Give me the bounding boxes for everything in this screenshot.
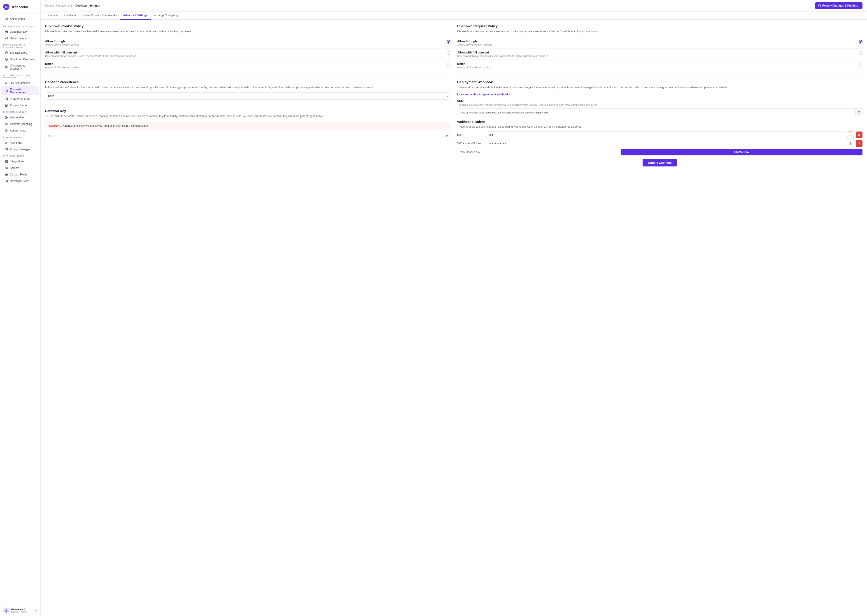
sidebar-item-consent-management[interactable]: Consent Management [2, 86, 39, 96]
dsr-automation-icon [5, 81, 8, 85]
tab-advanced-settings[interactable]: Advanced Settings [120, 11, 151, 20]
sidebar-item-custom-fields[interactable]: Custom Fields [2, 171, 39, 178]
consent-management-icon [5, 89, 8, 93]
req-block-radio[interactable] [859, 63, 862, 66]
svg-point-45 [818, 5, 821, 7]
header-key-transcend-token: X-Transcend-Token: [457, 142, 484, 145]
action-items-label: Action Items [10, 17, 25, 20]
sidebar-item-structured-discovery[interactable]: Structured Discovery [2, 56, 39, 63]
action-items-icon [5, 17, 8, 21]
data-inventory-icon [5, 30, 8, 34]
svg-point-16 [5, 58, 8, 61]
tab-installation[interactable]: Installation [61, 11, 80, 20]
cookie-allow-full-consent-radio[interactable] [447, 51, 451, 55]
req-allow-full-consent-label: Allow with full consent [457, 51, 859, 54]
tab-other-consent-frameworks[interactable]: Other Consent Frameworks [80, 11, 120, 20]
sidebar-item-sombra[interactable]: Sombra [2, 165, 39, 171]
review-publish-button[interactable]: Review Changes & Publish... [815, 2, 862, 9]
header-value-transcend-token[interactable] [486, 140, 845, 147]
svg-line-11 [6, 38, 7, 38]
developer-tools-icon [5, 179, 8, 183]
sidebar-user: Rideshare Co. Michael Farrell [3, 607, 28, 614]
req-allow-through-desc: Always allow unknown requests [457, 43, 859, 46]
req-block-desc: Always block unknown requests [457, 66, 859, 69]
web-auditor-icon [5, 116, 8, 119]
svg-point-34 [5, 167, 8, 170]
cookie-block-radio[interactable] [447, 63, 451, 66]
svg-point-35 [6, 168, 7, 168]
url-copy-icon [855, 109, 862, 116]
partition-key-warning: WARNING: Changing this key will effectiv… [45, 122, 451, 130]
svg-rect-51 [850, 143, 851, 145]
cookie-allow-full-consent-label: Allow with full consent [45, 51, 447, 54]
sidebar-item-preference-store[interactable]: Preference Store [2, 96, 39, 102]
cookie-allow-through-option: Allow through Always allow unknown cooki… [45, 37, 451, 48]
sidebar-item-data-inventory[interactable]: Data Inventory [2, 29, 39, 35]
unstructured-discovery-icon [5, 65, 8, 69]
section-label-risk: Risk Intelligence [0, 109, 40, 114]
sidebar-item-contract-scanning[interactable]: Contract Scanning [2, 121, 39, 127]
svg-rect-46 [446, 135, 448, 137]
header-delete-token-button[interactable] [856, 140, 862, 147]
sidebar-item-privacy-center[interactable]: Privacy Center [2, 102, 39, 108]
prompt-manager-icon [5, 148, 8, 151]
deployment-webhook-desc: Transcend can send a webhook notificatio… [457, 85, 862, 89]
silo-discovery-icon [5, 51, 8, 55]
sidebar-item-data-lineage[interactable]: Data Lineage [2, 35, 39, 41]
sidebar-item-silo-discovery[interactable]: Silo Discovery [2, 50, 39, 56]
unknown-request-policy-title: Unknown Request Policy [457, 24, 862, 28]
prompt-manager-label: Prompt Manager [10, 148, 30, 151]
req-allow-full-consent-radio[interactable] [859, 51, 862, 55]
req-allow-full-consent-desc: Only allow unknown requests if user is c… [457, 55, 859, 57]
header-lock-token-button[interactable] [847, 140, 854, 147]
unknown-cookie-policy-desc: Choose how unknown cookies are handled. … [45, 29, 451, 33]
partition-key-section: Partition Key To use multiple separate T… [45, 109, 451, 140]
silo-discovery-label: Silo Discovery [10, 51, 27, 54]
unknown-cookie-policy-title: Unknown Cookie Policy [45, 24, 451, 28]
req-allow-full-consent-option: Allow with full consent Only allow unkno… [457, 48, 862, 60]
learn-more-webhook-link[interactable]: Learn more about deployment webhooks [457, 93, 862, 96]
sidebar-item-action-items[interactable]: Action Items [2, 16, 39, 22]
url-input[interactable] [457, 109, 855, 116]
header-key-test: test: [457, 133, 484, 137]
section-label-ai: AI Governance [0, 134, 40, 139]
privacy-center-icon [5, 104, 8, 107]
sidebar-item-assessments[interactable]: Assessments [2, 127, 39, 134]
consent-precedence-select[interactable]: User Signals [45, 93, 451, 100]
svg-point-4 [6, 19, 6, 20]
sidebar-item-unstructured-discovery[interactable]: Unstructured Discovery [2, 63, 39, 72]
partition-key-desc: To use multiple separate Transcend conse… [45, 114, 451, 118]
header-row-test: test: [457, 132, 862, 138]
unknown-cookie-policy-section: Unknown Cookie Policy Choose how unknown… [45, 24, 451, 71]
sidebar-nav: Action Items Data Asset Intelligence Dat… [0, 14, 40, 605]
req-allow-through-radio[interactable] [859, 40, 862, 44]
svg-point-28 [6, 142, 7, 143]
expand-user-icon[interactable]: ▾ [36, 610, 37, 612]
sidebar-item-pathfinder[interactable]: Pathfinder [2, 140, 39, 146]
cookie-allow-through-radio[interactable] [447, 40, 451, 44]
new-header-key-input[interactable] [457, 149, 619, 156]
sidebar-logo: Transcend [0, 0, 40, 14]
tab-general[interactable]: General [45, 11, 61, 20]
user-info: Rideshare Co. Michael Farrell [11, 608, 28, 613]
url-field-label: URL* [457, 99, 862, 102]
sidebar-item-integrations[interactable]: Integrations [2, 158, 39, 165]
update-webhook-button[interactable]: Update webhook [643, 159, 677, 167]
partition-copy-button[interactable] [445, 134, 449, 139]
sidebar-item-developer-tools[interactable]: Developer Tools [2, 178, 39, 184]
breadcrumb-parent[interactable]: Consent Management [45, 4, 72, 7]
sidebar-item-prompt-manager[interactable]: Prompt Manager [2, 146, 39, 152]
svg-rect-31 [6, 160, 8, 161]
tab-airgap-changelog[interactable]: airgap.js Changelog [151, 11, 181, 20]
header-delete-test-button[interactable] [856, 132, 862, 138]
header-value-test[interactable] [486, 132, 845, 138]
custom-fields-label: Custom Fields [10, 173, 27, 176]
structured-discovery-label: Structured Discovery [10, 58, 35, 61]
header-lock-test-button[interactable] [847, 132, 854, 138]
create-new-header-button[interactable]: Create New [621, 149, 862, 156]
structured-discovery-icon [5, 58, 8, 61]
sidebar-item-web-auditor[interactable]: Web Auditor [2, 114, 39, 121]
update-webhook-label: Update webhook [648, 161, 672, 165]
partition-key-select[interactable]: Select [45, 133, 451, 140]
sidebar-item-dsr-automation[interactable]: DSR Automation [2, 80, 39, 86]
